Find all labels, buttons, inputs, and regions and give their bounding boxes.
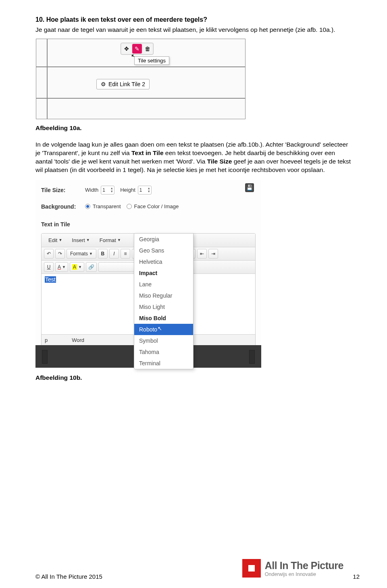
grid-cell [36,98,47,119]
formats-label: Formats [70,251,88,257]
menu-label: Format [100,237,116,243]
logo-main-text: All In The Picture [265,560,343,571]
menu-label: Edit [48,237,57,243]
redo-button[interactable]: ↷ [55,249,65,259]
gear-icon: ⚙ [101,81,106,87]
width-label: Width [85,187,98,193]
font-dropdown-menu: GeorgiaGeo SansHelveticaImpactLaneMiso R… [134,233,194,369]
font-option[interactable]: Terminal [134,358,193,369]
tile-size-label: Tile Size: [41,187,79,193]
text-in-tile-label: Text in Tile [41,221,79,228]
bold-text-in-tile: Text in Tile [131,149,164,156]
status-words: Word [72,337,84,343]
font-option[interactable]: Georgia [134,234,193,245]
font-option[interactable]: Helvetica [134,256,193,267]
background-label: Background: [41,203,79,210]
font-option[interactable]: Miso Light [134,301,193,313]
undo-button[interactable]: ↶ [44,249,54,259]
italic-button[interactable]: I [109,249,119,259]
font-option[interactable]: Geo Sans [134,245,193,256]
font-option[interactable]: Impact [134,267,193,279]
para-explain: In de volgende laag kun je alles gaan do… [35,141,352,174]
chevron-down-icon: ▼ [62,265,66,269]
underline-button[interactable]: U [44,262,54,272]
width-value: 1 [102,187,105,193]
transparent-label: Transparent [93,203,121,209]
menu-insert[interactable]: Insert▼ [67,235,94,245]
chevron-down-icon: ▼ [89,252,93,256]
menu-label: Insert [72,237,85,243]
height-label: Height [120,187,135,193]
cursor-hand-icon: ↖ [158,325,162,331]
logo: All In The Picture Onderwijs en Innovati… [242,559,343,578]
chevron-down-icon: ▼ [86,238,90,242]
indent-button[interactable]: ⇥ [208,249,218,259]
menu-format[interactable]: Format▼ [95,235,125,245]
height-stepper[interactable]: 1 ▴▾ [138,186,152,195]
align-left-button[interactable]: ≡ [121,249,130,259]
heading-q10: 10. Hoe plaats ik een tekst over een of … [35,16,352,23]
status-path: p [45,337,48,343]
text-color-button[interactable]: A ▼ [55,262,68,272]
logo-square-icon [242,559,261,578]
font-option[interactable]: Symbol [134,335,193,346]
outdent-button[interactable]: ⇤ [197,249,207,259]
edit-link-label: Edit Link Tile 2 [108,81,145,87]
grid-cell [36,67,47,98]
grid-cell [47,98,246,119]
radio-transparent[interactable] [85,204,90,209]
font-option[interactable]: Roboto↖ [134,324,193,335]
para-intro: Je gaat naar de tegel van waaruit je een… [35,26,352,34]
copyright: © All In The Picture 2015 [35,573,102,580]
edit-link-tile-button[interactable]: ⚙ Edit Link Tile 2 [96,79,150,89]
slot [249,350,255,364]
slot [42,350,48,364]
selected-text: Test [45,276,56,283]
move-icon[interactable]: ✥ [122,44,131,54]
grid-cell [36,39,47,67]
link-button[interactable]: 🔗 [86,262,97,272]
bold-button[interactable]: B [98,249,108,259]
font-option[interactable]: Lane [134,279,193,290]
font-option[interactable]: Miso Regular [134,290,193,301]
facecolor-label: Face Color / Image [134,203,179,209]
chevron-down-icon: ▼ [117,238,121,242]
caption-10b: Afbeelding 10b. [35,374,352,381]
delete-trash-icon[interactable]: 🗑 [143,44,152,54]
height-value: 1 [139,187,142,193]
page-number: 12 [353,573,360,580]
chevron-down-icon: ▼ [78,265,82,269]
formats-dropdown[interactable]: Formats▼ [67,249,96,259]
stepper-arrows-icon[interactable]: ▴▾ [148,187,150,193]
chevron-down-icon: ▼ [58,238,62,242]
screenshot-10a: ✥ ✎ 🗑 ↖ Tile settings ⚙ Edit Link Tile 2 [35,38,245,119]
font-option[interactable]: Tahoma [134,346,193,358]
width-stepper[interactable]: 1 ▴▾ [101,186,114,195]
bold-tile-size: Tile Size [207,158,232,165]
tooltip-tile-settings: Tile settings [134,56,169,65]
radio-facecolor[interactable] [127,204,132,209]
menu-edit[interactable]: Edit▼ [44,235,67,245]
font-option[interactable]: Miso Bold [134,313,193,324]
tile-toolbar: ✥ ✎ 🗑 [121,43,154,55]
caption-10a: Afbeelding 10a. [35,124,352,132]
logo-sub-text: Onderwijs en Innovatie [265,571,343,577]
save-icon[interactable]: 💾 [245,183,254,192]
stepper-arrows-icon[interactable]: ▴▾ [111,187,113,193]
screenshot-10b: 💾 Tile Size: Width 1 ▴▾ Height 1 ▴▾ [35,180,261,368]
background-color-button[interactable]: A ▼ [70,262,84,272]
